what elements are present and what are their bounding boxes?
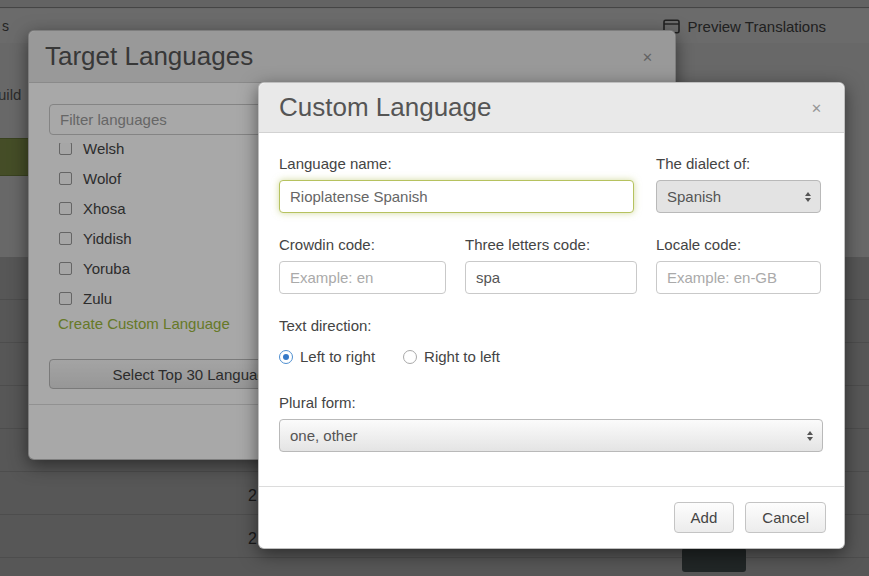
text-direction-label: Text direction:	[279, 317, 821, 334]
cancel-button[interactable]: Cancel	[745, 502, 826, 533]
custom-modal-footer: Add Cancel	[259, 486, 844, 548]
locale-code-input[interactable]	[656, 261, 821, 294]
radio-right-to-left[interactable]	[403, 350, 417, 364]
three-letters-code-label: Three letters code:	[465, 236, 637, 253]
locale-code-label: Locale code:	[656, 236, 821, 253]
screen: s Preview Translations uild 2 2 Target L…	[0, 0, 869, 576]
crowdin-code-label: Crowdin code:	[279, 236, 446, 253]
plural-selected-value: one, other	[290, 427, 358, 444]
plural-form-select[interactable]: one, other	[279, 419, 823, 452]
dialect-label: The dialect of:	[656, 155, 821, 172]
three-letters-code-input[interactable]	[465, 261, 637, 294]
radio-left-to-right[interactable]	[279, 350, 293, 364]
dropdown-arrows-icon	[807, 431, 813, 441]
radio-rtl-label: Right to left	[424, 348, 500, 365]
radio-ltr-label: Left to right	[300, 348, 375, 365]
custom-modal-title: Custom Language	[259, 83, 844, 131]
custom-language-modal: Custom Language ✕ Language name: The dia…	[258, 82, 845, 549]
dialect-selected-value: Spanish	[667, 188, 721, 205]
dialect-select[interactable]: Spanish	[656, 180, 821, 213]
language-name-label: Language name:	[279, 155, 634, 172]
add-button[interactable]: Add	[674, 502, 735, 533]
crowdin-code-input[interactable]	[279, 261, 446, 294]
close-icon[interactable]: ✕	[811, 101, 822, 114]
plural-form-label: Plural form:	[279, 394, 821, 411]
custom-modal-header: Custom Language ✕	[259, 83, 844, 133]
language-name-input[interactable]	[279, 180, 634, 213]
dropdown-arrows-icon	[805, 192, 811, 202]
custom-modal-body: Language name: The dialect of: Spanish C…	[259, 133, 844, 452]
